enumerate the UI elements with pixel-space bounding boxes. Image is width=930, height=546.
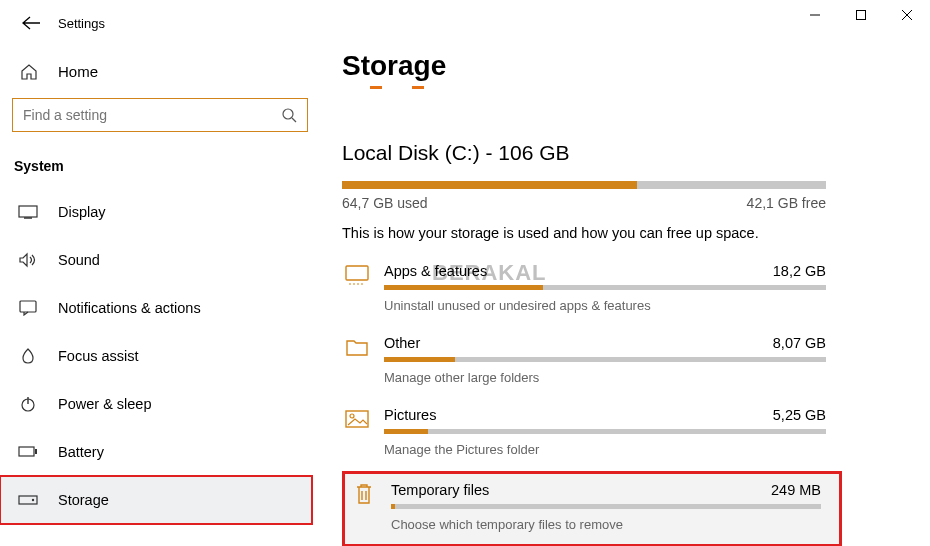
sidebar-item-battery[interactable]: Battery: [0, 428, 312, 476]
minimize-button[interactable]: [792, 0, 838, 30]
category-temporary-files[interactable]: Temporary files 249 MB Choose which temp…: [349, 482, 827, 532]
window-title: Settings: [58, 14, 105, 31]
page-title: Storage: [342, 50, 890, 82]
category-size: 18,2 GB: [773, 263, 826, 279]
sidebar-item-power-sleep[interactable]: Power & sleep: [0, 380, 312, 428]
sidebar-item-notifications[interactable]: Notifications & actions: [0, 284, 312, 332]
svg-rect-6: [19, 206, 37, 217]
svg-rect-11: [19, 447, 34, 456]
disk-used-label: 64,7 GB used: [342, 195, 428, 211]
nav-label: Storage: [58, 492, 109, 508]
disk-title: Local Disk (C:) - 106 GB: [342, 141, 890, 165]
close-button[interactable]: [884, 0, 930, 30]
search-icon: [282, 108, 297, 123]
sound-icon: [18, 252, 38, 268]
category-name: Apps & features: [384, 263, 487, 279]
svg-rect-8: [20, 301, 36, 312]
disk-free-label: 42,1 GB free: [747, 195, 826, 211]
sidebar-item-home[interactable]: Home: [0, 57, 320, 86]
sidebar-item-focus-assist[interactable]: Focus assist: [0, 332, 312, 380]
display-icon: [18, 205, 38, 219]
category-name: Other: [384, 335, 420, 351]
folder-icon: [342, 335, 372, 359]
trash-icon: [349, 482, 379, 506]
storage-icon: [18, 495, 38, 505]
pictures-icon: [342, 407, 372, 431]
nav-label: Notifications & actions: [58, 300, 201, 316]
nav-label: Battery: [58, 444, 104, 460]
maximize-button[interactable]: [838, 0, 884, 30]
nav-label: Sound: [58, 252, 100, 268]
back-icon[interactable]: [22, 16, 40, 30]
category-sub: Manage other large folders: [384, 370, 890, 385]
category-bar: [391, 504, 821, 509]
svg-rect-15: [346, 266, 368, 280]
category-bar: [384, 429, 826, 434]
sidebar-item-sound[interactable]: Sound: [0, 236, 312, 284]
search-input[interactable]: [23, 107, 282, 123]
category-pictures[interactable]: Pictures 5,25 GB Manage the Pictures fol…: [342, 407, 890, 457]
focus-assist-icon: [18, 348, 38, 364]
category-sub: Uninstall unused or undesired apps & fea…: [384, 298, 890, 313]
category-sub: Manage the Pictures folder: [384, 442, 890, 457]
category-size: 249 MB: [771, 482, 821, 498]
home-label: Home: [58, 63, 98, 80]
battery-icon: [18, 446, 38, 458]
notifications-icon: [18, 300, 38, 316]
sidebar-item-storage[interactable]: Storage: [0, 476, 312, 524]
apps-icon: [342, 263, 372, 287]
search-container[interactable]: [12, 98, 308, 132]
category-size: 5,25 GB: [773, 407, 826, 423]
category-size: 8,07 GB: [773, 335, 826, 351]
svg-point-4: [283, 109, 293, 119]
power-icon: [18, 396, 38, 412]
section-label: System: [14, 158, 320, 174]
svg-rect-13: [19, 496, 37, 504]
svg-rect-12: [35, 449, 37, 454]
disk-usage-bar: [342, 181, 826, 189]
category-apps-features[interactable]: Apps & features 18,2 GB Uninstall unused…: [342, 263, 890, 313]
category-sub: Choose which temporary files to remove: [391, 517, 827, 532]
svg-line-5: [292, 118, 296, 122]
nav-label: Focus assist: [58, 348, 139, 364]
sidebar: Settings Home System Display Sound: [0, 0, 320, 546]
category-other[interactable]: Other 8,07 GB Manage other large folders: [342, 335, 890, 385]
svg-point-14: [32, 499, 34, 501]
sidebar-item-display[interactable]: Display: [0, 188, 312, 236]
nav-label: Power & sleep: [58, 396, 152, 412]
main-content: Storage Local Disk (C:) - 106 GB 64,7 GB…: [320, 0, 930, 546]
category-temporary-files-highlight: Temporary files 249 MB Choose which temp…: [342, 471, 842, 546]
svg-rect-1: [857, 11, 866, 20]
category-name: Pictures: [384, 407, 436, 423]
category-bar: [384, 285, 826, 290]
disk-description: This is how your storage is used and how…: [342, 225, 890, 241]
category-bar: [384, 357, 826, 362]
home-icon: [20, 64, 38, 80]
nav-label: Display: [58, 204, 106, 220]
category-name: Temporary files: [391, 482, 489, 498]
svg-point-21: [350, 414, 354, 418]
